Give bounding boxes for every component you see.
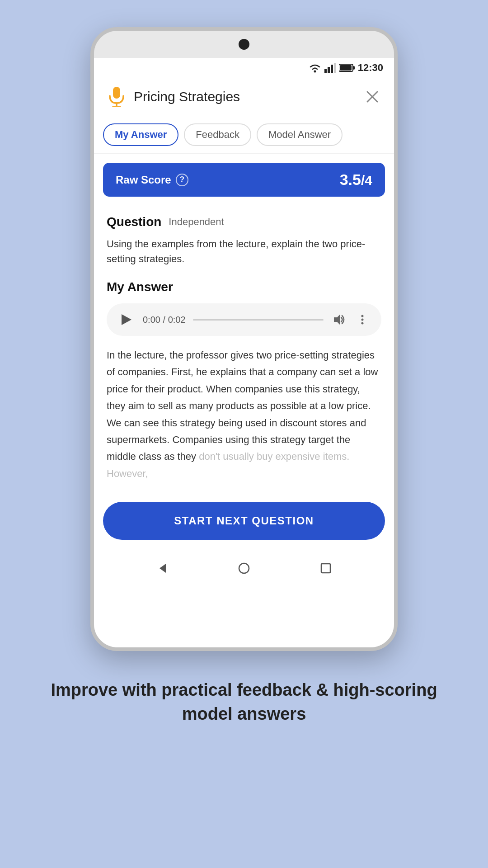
answer-text: In the lecture, the professor gives two … xyxy=(107,347,381,482)
answer-text-main: In the lecture, the professor gives two … xyxy=(107,349,378,462)
app-title: Pricing Strategies xyxy=(134,89,356,104)
mic-icon xyxy=(107,87,127,107)
svg-point-0 xyxy=(314,71,316,73)
battery-icon xyxy=(339,63,355,72)
question-type-badge: Independent xyxy=(169,216,224,228)
app-header: Pricing Strategies xyxy=(94,78,394,116)
svg-point-14 xyxy=(361,315,364,317)
tab-feedback[interactable]: Feedback xyxy=(184,123,251,146)
front-camera xyxy=(239,39,249,50)
signal-icon xyxy=(324,63,336,73)
audio-progress-bar[interactable] xyxy=(193,319,324,321)
svg-point-16 xyxy=(361,322,364,325)
svg-marker-13 xyxy=(334,315,340,325)
svg-rect-2 xyxy=(328,67,330,73)
audio-player: 0:00 / 0:02 xyxy=(107,303,381,336)
svg-marker-17 xyxy=(160,564,166,573)
play-triangle-icon xyxy=(122,314,131,325)
raw-score-label: Raw Score ? xyxy=(116,174,188,186)
tab-model-answer[interactable]: Model Answer xyxy=(257,123,343,146)
home-nav-button[interactable] xyxy=(233,557,255,579)
svg-rect-1 xyxy=(324,69,327,73)
raw-score-max: /4 xyxy=(361,173,372,188)
my-answer-section: My Answer 0:00 / 0:02 xyxy=(94,271,394,491)
raw-score-bar: Raw Score ? 3.5/4 xyxy=(103,163,385,197)
question-header: Question Independent xyxy=(107,215,381,229)
svg-rect-8 xyxy=(113,87,120,99)
question-label: Question xyxy=(107,215,161,229)
svg-rect-6 xyxy=(353,66,355,70)
app-content: Pricing Strategies My Answer Feedback Mo… xyxy=(94,78,394,647)
phone-frame: 12:30 Pricing Strategies xyxy=(90,27,398,651)
navigation-bar xyxy=(94,549,394,587)
wifi-icon xyxy=(308,63,322,73)
recent-nav-button[interactable] xyxy=(315,557,337,579)
question-section: Question Independent Using the examples … xyxy=(94,206,394,271)
question-text: Using the examples from the lecture, exp… xyxy=(107,236,381,266)
volume-button[interactable] xyxy=(331,311,347,328)
raw-score-number: 3.5 xyxy=(340,171,361,188)
my-answer-heading: My Answer xyxy=(107,280,381,294)
raw-score-help-icon[interactable]: ? xyxy=(176,174,188,186)
tabs-row: My Answer Feedback Model Answer xyxy=(94,116,394,154)
more-options-button[interactable] xyxy=(354,311,371,328)
phone-top-bar xyxy=(94,31,394,58)
close-button[interactable] xyxy=(363,88,381,106)
svg-rect-19 xyxy=(321,564,330,573)
svg-point-18 xyxy=(239,563,249,573)
svg-point-15 xyxy=(361,319,364,321)
status-bar: 12:30 xyxy=(94,58,394,78)
audio-time: 0:00 / 0:02 xyxy=(143,315,186,325)
start-next-question-button[interactable]: START NEXT QUESTION xyxy=(103,502,385,540)
svg-rect-3 xyxy=(331,65,333,73)
bottom-tagline: Improve with practical feedback & high-s… xyxy=(0,678,488,726)
status-icons: 12:30 xyxy=(308,62,383,74)
status-time: 12:30 xyxy=(358,62,383,74)
raw-score-value: 3.5/4 xyxy=(340,171,372,189)
svg-rect-7 xyxy=(340,65,352,71)
back-nav-button[interactable] xyxy=(151,557,173,579)
svg-rect-4 xyxy=(334,63,336,73)
tab-my-answer[interactable]: My Answer xyxy=(103,123,178,146)
play-button[interactable] xyxy=(117,311,136,329)
